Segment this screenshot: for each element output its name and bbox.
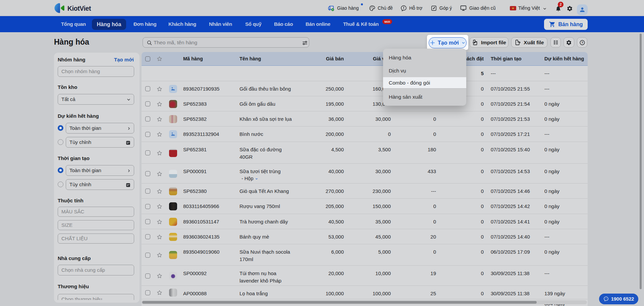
svg-text:?: ? (581, 41, 583, 44)
